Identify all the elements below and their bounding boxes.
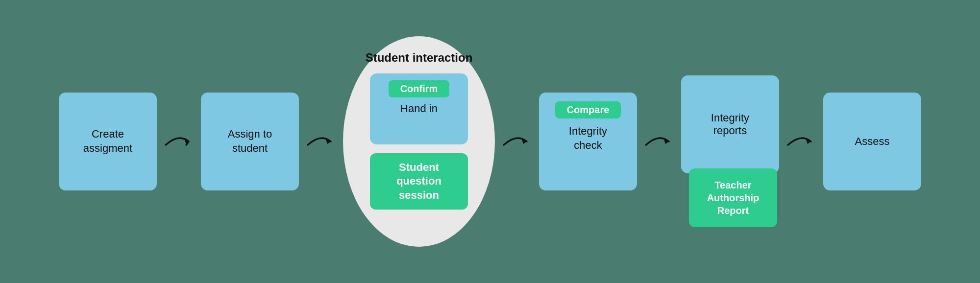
assess-node: Assess: [823, 93, 921, 190]
assign-to-student-label: Assign to student: [228, 127, 272, 155]
arrow-4: [637, 129, 681, 154]
student-interaction-label: Student interaction: [366, 51, 473, 65]
arrow-icon-3: [500, 129, 534, 154]
student-question-session-label: Student question session: [396, 161, 441, 203]
confirm-badge: Confirm: [389, 80, 450, 97]
student-question-session-node: Student question session: [370, 153, 468, 210]
assess-label: Assess: [855, 135, 890, 149]
arrow-icon-4: [642, 129, 676, 154]
compare-integrity-node: Compare Integrity check: [539, 93, 637, 190]
create-assignment-label: Create assigment: [83, 127, 132, 155]
arrow-icon-2: [304, 129, 338, 154]
arrow-5: [779, 129, 823, 154]
confirm-handin-node: Confirm Hand in: [370, 73, 468, 144]
arrow-icon-5: [784, 129, 818, 154]
arrow-3: [495, 129, 539, 154]
hand-in-label: Hand in: [400, 102, 438, 115]
integrity-reports-label: Integrity reports: [711, 112, 749, 137]
student-interaction-wrapper: Student interaction Confirm Hand in Stud…: [343, 36, 495, 247]
compare-badge: Compare: [555, 101, 621, 118]
arrow-icon-1: [162, 129, 196, 154]
integrity-reports-node: Integrity reports: [681, 75, 779, 173]
flowchart: Create assigment Assign to student Stude…: [59, 36, 921, 247]
arrow-1: [157, 129, 201, 154]
integrity-reports-wrapper: Integrity reports Teacher Authorship Rep…: [681, 75, 779, 208]
integrity-check-label: Integrity check: [569, 124, 607, 152]
arrow-2: [299, 129, 343, 154]
assign-to-student-node: Assign to student: [201, 93, 299, 190]
create-assignment-node: Create assigment: [59, 93, 157, 190]
oval-container: Student interaction Confirm Hand in Stud…: [343, 36, 495, 247]
teacher-authorship-report-label: Teacher Authorship Report: [707, 179, 760, 217]
teacher-authorship-report-node: Teacher Authorship Report: [689, 168, 777, 227]
